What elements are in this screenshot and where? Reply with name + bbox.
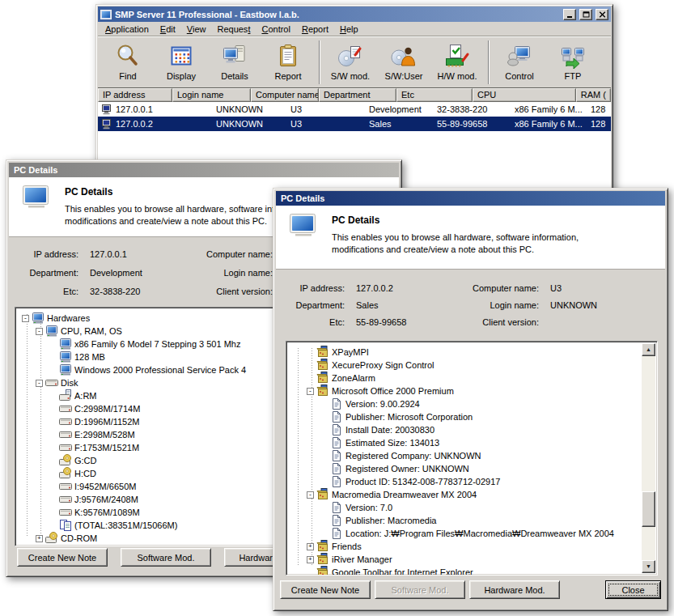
tree-item-label: H:CD bbox=[74, 469, 96, 478]
column-header[interactable]: CPU bbox=[473, 88, 576, 102]
tree-item-icon bbox=[59, 402, 72, 415]
scrollbar-thumb[interactable] bbox=[642, 491, 655, 527]
dialog-button[interactable]: Hardware Mod. bbox=[469, 580, 560, 599]
maximize-button[interactable] bbox=[579, 9, 592, 20]
column-header[interactable]: Computer name bbox=[251, 88, 319, 102]
tree-item-icon bbox=[330, 410, 343, 423]
tree-item[interactable]: + iRiver Manager bbox=[288, 553, 640, 566]
software-tree-items: XPayMPI XecureProxy Sign Control ZoneAla… bbox=[288, 346, 640, 576]
cell-login: UNKNOWN bbox=[212, 119, 286, 129]
department-value: Sales bbox=[356, 300, 437, 310]
tree-item[interactable]: Registered Company: UNKNOWN bbox=[288, 449, 640, 462]
expand-toggle[interactable]: - bbox=[36, 328, 43, 335]
column-header[interactable]: RAM ( bbox=[576, 88, 611, 102]
tree-item[interactable]: Product ID: 51342-008-7783712-02917 bbox=[288, 475, 640, 488]
tree-item[interactable]: Google Toolbar for Internet Explorer bbox=[288, 566, 640, 576]
tree-item-label: I:9452M/6650M bbox=[74, 482, 136, 491]
tree-item[interactable]: Publisher: Microsoft Corporation bbox=[288, 410, 640, 423]
tree-item[interactable]: Location: J:₩Program Files₩Macromedia₩Dr… bbox=[288, 527, 640, 540]
dialog-button[interactable]: Create New Note bbox=[280, 580, 371, 599]
menu-item[interactable]: Application bbox=[100, 23, 155, 36]
client-version-value bbox=[550, 317, 665, 327]
toolbar-button[interactable]: Control bbox=[493, 38, 546, 87]
column-header[interactable]: Etc bbox=[396, 88, 473, 102]
tree-item-label: Location: J:₩Program Files₩Macromedia₩Dr… bbox=[345, 529, 614, 538]
minimize-icon bbox=[566, 11, 574, 18]
menu-item[interactable]: Control bbox=[256, 23, 295, 36]
tree-item[interactable]: Version: 9.00.2924 bbox=[288, 397, 640, 410]
tree-item-icon bbox=[330, 462, 343, 475]
toolbar-button[interactable]: Report bbox=[261, 38, 315, 87]
expand-toggle[interactable]: + bbox=[307, 543, 314, 550]
close-button[interactable]: Close bbox=[605, 580, 661, 599]
menu-item[interactable]: Request bbox=[211, 23, 256, 36]
tree-item-label: Registered Company: UNKNOWN bbox=[345, 451, 481, 461]
toolbar-button[interactable]: FTP bbox=[546, 38, 600, 87]
tree-item-icon bbox=[59, 428, 72, 441]
toolbar-button[interactable]: S/W:User bbox=[377, 38, 430, 87]
tree-item-label: (TOTAL:38351M/15066M) bbox=[74, 520, 177, 530]
tree-item-label: Estimated Size: 134013 bbox=[345, 438, 439, 448]
tree-item-label: CPU, RAM, OS bbox=[61, 326, 122, 336]
cell-etc: 32-3838-220 bbox=[433, 104, 511, 114]
tree-item-label: Friends bbox=[332, 542, 362, 551]
software-tree: XPayMPI XecureProxy Sign Control ZoneAla… bbox=[286, 341, 658, 576]
dialog-button[interactable]: Create New Note bbox=[17, 548, 108, 567]
column-header[interactable]: Department bbox=[319, 88, 396, 102]
dialog-button[interactable]: Software Mod. bbox=[375, 580, 465, 599]
tree-item-label: Macromedia Dreamweaver MX 2004 bbox=[332, 490, 477, 499]
toolbar-button[interactable]: H/W mod. bbox=[430, 38, 484, 87]
tree-item[interactable]: Install Date: 20030830 bbox=[288, 423, 640, 436]
etc-label: Etc: bbox=[286, 317, 345, 327]
window-title: SMP Server 11 Professional - Eastbow l.a… bbox=[115, 10, 560, 19]
toolbar-button[interactable]: S/W mod. bbox=[324, 38, 377, 87]
dialog-title: PC Details bbox=[281, 193, 324, 203]
menu-item[interactable]: Help bbox=[334, 23, 364, 36]
tree-item-label: Microsoft Office 2000 Premium bbox=[332, 386, 454, 396]
scroll-up-button[interactable]: ▲ bbox=[642, 343, 655, 356]
minimize-button[interactable] bbox=[563, 9, 576, 20]
expand-toggle[interactable]: - bbox=[307, 491, 314, 499]
dialog-button[interactable]: Software Mod. bbox=[121, 548, 211, 567]
tree-item[interactable]: + Friends bbox=[288, 540, 640, 553]
tree-item-icon bbox=[330, 397, 343, 410]
tree-item[interactable]: - Microsoft Office 2000 Premium bbox=[288, 384, 640, 397]
tree-item-icon bbox=[316, 540, 329, 553]
table-row[interactable]: 127.0.0.1 UNKNOWN U3 Development 32-3838… bbox=[98, 102, 611, 117]
column-header[interactable]: Login name bbox=[172, 88, 251, 102]
close-window-button[interactable] bbox=[596, 9, 608, 20]
table-row[interactable]: 127.0.0.2 UNKNOWN U3 Sales 55-89-99658 x… bbox=[98, 117, 611, 131]
tree-item-label: XecureProxy Sign Control bbox=[332, 360, 434, 370]
toolbar-button[interactable]: Display bbox=[155, 38, 208, 87]
tree-item[interactable]: XecureProxy Sign Control bbox=[288, 359, 640, 372]
tree-item[interactable]: ZoneAlarm bbox=[288, 372, 640, 384]
toolbar-button-icon bbox=[222, 43, 248, 69]
tree-item[interactable]: Registered Owner: UNKNOWN bbox=[288, 462, 640, 475]
pc-icon bbox=[102, 119, 112, 130]
pc-icon bbox=[102, 104, 112, 115]
tree-item[interactable]: Publisher: Macromedia bbox=[288, 514, 640, 527]
tree-item[interactable]: Estimated Size: 134013 bbox=[288, 436, 640, 449]
tree-item[interactable]: - Macromedia Dreamweaver MX 2004 bbox=[288, 488, 640, 501]
expand-toggle[interactable]: - bbox=[22, 315, 29, 322]
menu-item[interactable]: Edit bbox=[155, 23, 181, 36]
tree-item[interactable]: XPayMPI bbox=[288, 346, 640, 359]
vertical-scrollbar[interactable]: ▲ ▼ bbox=[642, 343, 655, 573]
tree-item-icon bbox=[45, 376, 58, 389]
expand-toggle[interactable]: + bbox=[36, 535, 43, 542]
menu-item[interactable]: Report bbox=[296, 23, 334, 36]
expand-toggle[interactable]: - bbox=[307, 388, 314, 395]
expand-toggle[interactable]: + bbox=[307, 556, 314, 563]
scroll-down-button[interactable]: ▼ bbox=[642, 560, 655, 573]
toolbar-button[interactable]: Details bbox=[208, 38, 261, 87]
etc-value: 32-3838-220 bbox=[90, 287, 171, 296]
tree-item-label: CD-ROM bbox=[61, 533, 97, 543]
cell-etc: 55-89-99658 bbox=[433, 119, 511, 129]
tree-item-icon bbox=[330, 475, 343, 488]
column-header[interactable]: IP address bbox=[98, 88, 172, 102]
tree-item[interactable]: Version: 7.0 bbox=[288, 501, 640, 514]
menu-item[interactable]: View bbox=[181, 23, 212, 36]
tree-item-label: K:9576M/1089M bbox=[74, 508, 140, 517]
toolbar-button[interactable]: Find bbox=[101, 38, 155, 87]
expand-toggle[interactable]: - bbox=[36, 380, 43, 387]
